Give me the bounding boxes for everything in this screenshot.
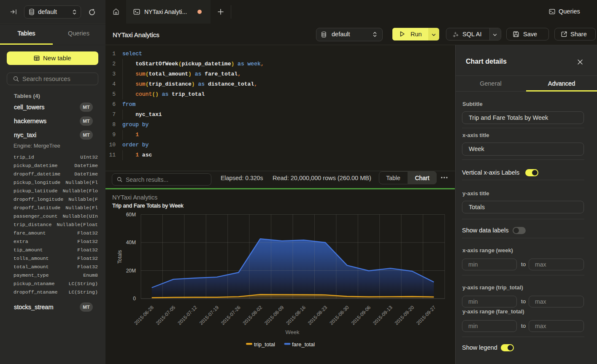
svg-text:2015-09-27: 2015-09-27: [416, 305, 437, 326]
svg-text:trip_total: trip_total: [254, 341, 275, 348]
svg-text:Week: Week: [286, 329, 300, 335]
svg-text:60M: 60M: [126, 212, 136, 218]
svg-text:2015-07-26: 2015-07-26: [220, 305, 241, 326]
svg-text:2015-07-05: 2015-07-05: [155, 305, 176, 326]
svg-text:2015-08-02: 2015-08-02: [242, 305, 263, 326]
svg-text:20M: 20M: [126, 268, 136, 274]
svg-text:0: 0: [133, 296, 136, 302]
svg-text:2015-09-20: 2015-09-20: [394, 305, 415, 326]
svg-text:2015-08-16: 2015-08-16: [285, 305, 306, 326]
svg-text:2015-06-28: 2015-06-28: [133, 305, 154, 326]
svg-text:40M: 40M: [126, 240, 136, 245]
svg-text:fare_total: fare_total: [292, 341, 315, 348]
svg-text:2015-09-13: 2015-09-13: [372, 305, 393, 326]
svg-text:2015-07-12: 2015-07-12: [177, 305, 198, 326]
svg-text:Totals: Totals: [117, 250, 123, 264]
svg-text:Trip and Fare Totals by Week: Trip and Fare Totals by Week: [112, 202, 184, 209]
svg-text:2015-08-23: 2015-08-23: [307, 305, 328, 326]
svg-text:2015-09-06: 2015-09-06: [350, 305, 371, 326]
svg-text:2015-08-30: 2015-08-30: [329, 305, 350, 326]
svg-text:2015-07-19: 2015-07-19: [198, 305, 219, 326]
svg-text:2015-08-09: 2015-08-09: [264, 305, 285, 326]
svg-text:NYTaxi Analytics: NYTaxi Analytics: [112, 194, 157, 201]
